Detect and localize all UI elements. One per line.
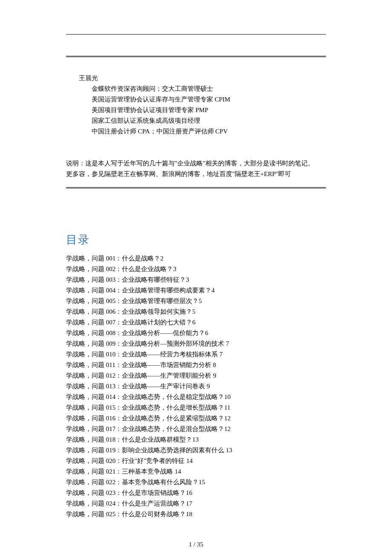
toc-item[interactable]: 学战略，问题 022：基本竞争战略有什么风险？15 xyxy=(66,477,326,488)
author-credential: 金蝶软件资深咨询顾问；交大工商管理硕士 xyxy=(66,84,326,94)
toc-item[interactable]: 学战略，问题 007：企业战略计划的七大错？6 xyxy=(66,317,326,328)
toc-item[interactable]: 学战略，问题 006：企业战略领导如何实施？5 xyxy=(66,306,326,317)
toc-item[interactable]: 学战略，问题 017：企业战略态势，什么是混合型战略？12 xyxy=(66,424,326,434)
author-credential: 国家工信部认证系统集成高级项目经理 xyxy=(66,116,326,126)
toc-item[interactable]: 学战略，问题 014：企业战略态势，什么是稳定型战略？10 xyxy=(66,392,326,402)
top-rule xyxy=(66,34,326,35)
document-page: 王晨光 金蝶软件资深咨询顾问；交大工商管理硕士 美国运营管理协会认证库存与生产管… xyxy=(0,0,392,555)
toc-item[interactable]: 学战略，问题 003：企业战略有哪些特征？3 xyxy=(66,275,326,285)
description-block: 说明：这是本人写于近年写的几十篇与"企业战略"相关的博客，大部分是读书时的笔记。… xyxy=(66,158,326,179)
toc-item[interactable]: 学战略，问题 005：企业战略管理有哪些层次？5 xyxy=(66,296,326,306)
toc-item[interactable]: 学战略，问题 013：企业战略——生产审计问卷表 9 xyxy=(66,381,326,392)
page-number: 1 / 35 xyxy=(66,541,326,548)
toc-item[interactable]: 学战略，问题 024：什么是生产运营战略？17 xyxy=(66,498,326,509)
toc-item[interactable]: 学战略，问题 008：企业战略分析——侃价能力？6 xyxy=(66,328,326,338)
author-name: 王晨光 xyxy=(66,73,326,84)
author-credential: 美国运营管理协会认证库存与生产管理专家 CPIM xyxy=(66,94,326,105)
toc-item[interactable]: 学战略，问题 001：什么是战略？2 xyxy=(66,253,326,264)
toc-item[interactable]: 学战略，问题 016：企业战略态势，什么是紧缩型战略？12 xyxy=(66,413,326,424)
toc-item[interactable]: 学战略，问题 002：什么是企业战略？3 xyxy=(66,264,326,275)
toc-item[interactable]: 学战略，问题 015：企业战略态势，什么是增长型战略？11 xyxy=(66,402,326,413)
double-rule-bottom xyxy=(66,187,326,190)
toc-item[interactable]: 学战略，问题 018：什么是企业战略群模型？13 xyxy=(66,434,326,445)
toc-item[interactable]: 学战略，问题 025：什么是公司财务战略？18 xyxy=(66,509,326,520)
author-credential: 中国注册会计师 CPA；中国注册资产评估师 CPV xyxy=(66,126,326,137)
description-line: 说明：这是本人写于近年写的几十篇与"企业战略"相关的博客，大部分是读书时的笔记。 xyxy=(66,158,326,169)
toc-item[interactable]: 学战略，问题 023：什么是市场营销战略？16 xyxy=(66,488,326,498)
toc-item[interactable]: 学战略，问题 012：企业战略——生产管理职能分析 9 xyxy=(66,370,326,381)
toc-item[interactable]: 学战略，问题 009：企业战略分析—预测外部环境的技术 7 xyxy=(66,338,326,349)
toc-item[interactable]: 学战略，问题 011：企业战略——市场营销能力分析 8 xyxy=(66,360,326,370)
toc-item[interactable]: 学战略，问题 019：影响企业战略态势选择的因素有什么 13 xyxy=(66,445,326,456)
toc-item[interactable]: 学战略，问题 021：三种基本竞争战略 14 xyxy=(66,466,326,477)
toc-list: 学战略，问题 001：什么是战略？2 学战略，问题 002：什么是企业战略？3 … xyxy=(66,253,326,520)
toc-item[interactable]: 学战略，问题 010：企业战略——经营力考核指标体系 7 xyxy=(66,349,326,360)
toc-item[interactable]: 学战略，问题 004：企业战略管理有哪些构成要素？4 xyxy=(66,285,326,296)
double-rule-top xyxy=(66,56,326,58)
toc-item[interactable]: 学战略，问题 020：行业"好"竞争者的特征 14 xyxy=(66,456,326,466)
toc-title: 目录 xyxy=(66,232,326,247)
author-credential: 美国项目管理协会认证项目管理专家 PMP xyxy=(66,105,326,116)
description-line: 更多容，参见隔壁老王在畅享网、新浪网的博客，地址百度"隔壁老王+ERP"即可 xyxy=(66,169,326,179)
author-block: 王晨光 金蝶软件资深咨询顾问；交大工商管理硕士 美国运营管理协会认证库存与生产管… xyxy=(66,73,326,137)
